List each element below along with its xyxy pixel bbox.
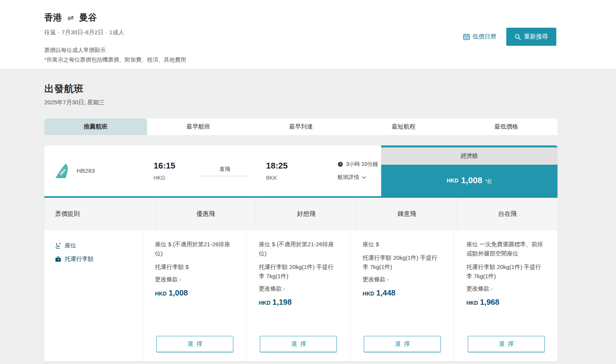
departure-airport: HKG xyxy=(154,175,200,181)
fare-column-header-0: 優惠飛 xyxy=(156,198,256,230)
flight-number: HB283 xyxy=(77,167,95,174)
baggage-info: 托運行李額 $ xyxy=(155,262,235,272)
departure-date: 2025年7月30日, 星期三 xyxy=(44,99,557,106)
flight-details-label: 航班詳情 xyxy=(338,174,359,181)
chevron-right-icon: › xyxy=(283,285,285,292)
flight-duration: 3小時 10分鐘 xyxy=(346,161,378,168)
economy-price-button[interactable]: HKD 1,008 *起 xyxy=(381,165,557,196)
tab-shortest-duration[interactable]: 最短航程 xyxy=(352,119,455,135)
tab-lowest-price[interactable]: 最低價格 xyxy=(455,119,557,135)
departure-time: 16:15 xyxy=(154,161,200,171)
tab-earliest-arrival[interactable]: 最早到達 xyxy=(249,119,352,135)
calendar-icon xyxy=(463,33,470,40)
rule-item-baggage[interactable]: 托運行李額 xyxy=(55,255,135,263)
destination-city: 曼谷 xyxy=(79,12,97,23)
baggage-info: 托運行李額 20kg(1件) 手提行李 7kg(1件) xyxy=(363,253,442,272)
rule-baggage-label: 托運行李額 xyxy=(65,255,94,263)
seat-icon xyxy=(55,242,61,249)
chevron-right-icon: › xyxy=(387,276,389,282)
search-again-label: 重新搜尋 xyxy=(524,33,548,41)
flight-details-toggle[interactable]: 航班詳情 xyxy=(338,174,378,181)
tab-earliest-flights[interactable]: 最早航班 xyxy=(147,119,250,135)
select-fare-button-3[interactable]: 選擇 xyxy=(468,336,545,352)
chevron-down-icon xyxy=(362,176,366,179)
fare-column-header-2: 鍾意飛 xyxy=(357,198,457,230)
search-icon xyxy=(515,34,521,40)
low-fare-calendar-link[interactable]: 低價日曆 xyxy=(463,33,496,41)
select-fare-button-0[interactable]: 選擇 xyxy=(156,336,233,352)
arrival-block: 18:25 BKK xyxy=(266,161,312,181)
fare-price: HKD1,198 xyxy=(259,298,338,307)
arrival-airport: BKK xyxy=(266,175,312,181)
change-terms-link[interactable]: 更改條款› xyxy=(259,285,338,292)
low-fare-calendar-label: 低價日曆 xyxy=(472,33,496,41)
fare-table-header: 票價規則 優惠飛 好想飛 鍾意飛 自在飛 xyxy=(44,198,557,230)
airline-block: GBA HB283 xyxy=(54,162,154,179)
baggage-info: 托運行李額 20kg(1件) 手提行李 7kg(1件) xyxy=(466,262,546,281)
arrival-time: 18:25 xyxy=(266,161,312,171)
search-again-button[interactable]: 重新搜尋 xyxy=(506,28,556,46)
tab-recommended-flights[interactable]: 推薦航班 xyxy=(44,119,147,135)
swap-route-icon: ⇌ xyxy=(67,13,74,22)
departure-block: 16:15 HKG xyxy=(154,161,200,181)
cabin-price-suffix: *起 xyxy=(485,178,492,185)
change-terms-link[interactable]: 更改條款› xyxy=(155,276,235,283)
fare-notes: 票價以每位成人單價顯示 *所展示之每位票價包括機票價、附加費、稅項、其他費用 xyxy=(44,45,557,65)
flight-info-row: GBA HB283 16:15 HKG 直飛 18:25 BKK xyxy=(44,145,557,196)
baggage-icon xyxy=(55,256,61,262)
seat-info: 座位 $ (不適用於第21-26排座位) xyxy=(155,240,235,258)
fare-rules-header: 票價規則 xyxy=(44,198,156,230)
nonstop-label: 直飛 xyxy=(200,166,250,176)
fare-price: HKD1,968 xyxy=(466,298,546,307)
seat-info: 座位 $ (不適用於第21-26排座位) xyxy=(259,240,338,258)
baggage-info: 托運行李額 20kg(1件) 手提行李 7kg(1件) xyxy=(259,262,338,281)
flight-result-card: GBA HB283 16:15 HKG 直飛 18:25 BKK xyxy=(44,145,557,361)
change-terms-link[interactable]: 更改條款› xyxy=(466,285,546,292)
fare-note-line1: 票價以每位成人單價顯示 xyxy=(44,45,557,55)
fare-column-header-3: 自在飛 xyxy=(457,198,557,230)
economy-cabin-block: 經濟艙 HKD 1,008 *起 xyxy=(381,145,557,196)
cabin-class-header: 經濟艙 xyxy=(381,147,557,165)
sort-tab-bar: 推薦航班 最早航班 最早到達 最短航程 最低價格 xyxy=(44,119,557,135)
section-title-departing-flight: 出發航班 xyxy=(44,82,557,95)
search-summary-header: 香港 ⇌ 曼谷 往返 · 7月30日-8月2日 · 1成人 票價以每位成人單價顯… xyxy=(0,0,616,68)
clock-icon xyxy=(338,162,343,167)
origin-city: 香港 xyxy=(44,12,62,23)
rule-seat-label: 座位 xyxy=(65,242,76,249)
fare-price: HKD1,008 xyxy=(155,289,235,297)
seat-info: 座位 一次免費選購標準、前排或額外腿部空間座位 xyxy=(466,240,546,258)
fare-price: HKD1,448 xyxy=(363,289,442,297)
chevron-right-icon: › xyxy=(490,285,492,292)
route-line xyxy=(200,176,250,176)
route-title: 香港 ⇌ 曼谷 xyxy=(44,0,557,23)
fare-column-1: 座位 $ (不適用於第21-26排座位) 托運行李額 20kg(1件) 手提行李… xyxy=(246,230,350,361)
stops-block: 直飛 xyxy=(200,166,250,176)
fare-column-3: 座位 一次免費選購標準、前排或額外腿部空間座位 托運行李額 20kg(1件) 手… xyxy=(454,230,557,361)
fare-table-body: 座位 托運行李額 座位 $ (不適用於第21-26排座位) 托運行李額 $ xyxy=(44,230,557,361)
seat-info: 座位 $ xyxy=(363,240,442,249)
cabin-price-value: 1,008 xyxy=(461,175,482,185)
change-terms-link[interactable]: 更改條款› xyxy=(363,276,442,283)
fare-column-0: 座位 $ (不適用於第21-26排座位) 托運行李額 $ 更改條款› HKD1,… xyxy=(143,230,247,361)
select-fare-button-2[interactable]: 選擇 xyxy=(364,336,441,352)
chevron-right-icon: › xyxy=(179,276,181,282)
fare-note-line2: *所展示之每位票價包括機票價、附加費、稅項、其他費用 xyxy=(44,55,557,65)
flight-meta-block: 3小時 10分鐘 航班詳情 xyxy=(338,161,378,181)
fare-column-2: 座位 $ 托運行李額 20kg(1件) 手提行李 7kg(1件) 更改條款› H… xyxy=(350,230,454,361)
rule-item-seat[interactable]: 座位 xyxy=(55,242,135,249)
airline-tail-logo: GBA xyxy=(54,162,72,179)
fare-rules-column: 座位 托運行李額 xyxy=(44,230,143,361)
select-fare-button-1[interactable]: 選擇 xyxy=(260,336,337,352)
fare-column-header-1: 好想飛 xyxy=(256,198,357,230)
cabin-price-currency: HKD xyxy=(447,177,458,184)
